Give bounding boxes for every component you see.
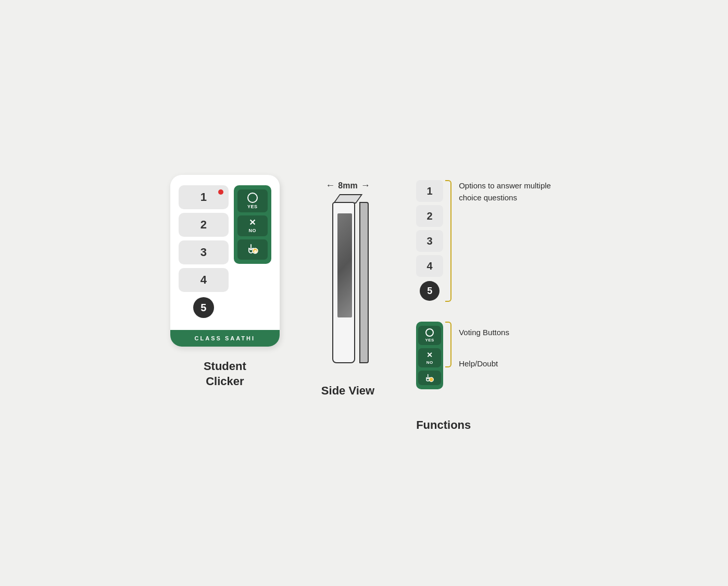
fn-help-button[interactable] <box>418 371 441 385</box>
mcq-function-group: 1 2 3 4 5 Opti <box>416 180 558 302</box>
sv-right-face <box>359 202 369 363</box>
clicker-device: 1 2 3 4 <box>170 175 280 347</box>
fn-btn-1[interactable]: 1 <box>416 180 443 202</box>
clicker-btn-2[interactable]: 2 <box>179 213 229 237</box>
voting-descriptions: Voting Buttons Help/Doubt <box>454 322 509 374</box>
fn-btn-5-wrapper: 5 <box>416 280 443 302</box>
clicker-section: 1 2 3 4 <box>170 175 280 389</box>
fn-yes-label: YES <box>425 338 434 342</box>
clicker-num-4: 4 <box>200 273 207 287</box>
dimension-arrow-right: → <box>361 180 370 191</box>
action-panel: YES ✕ NO <box>234 185 271 264</box>
fn-mcq-buttons: 1 2 3 4 5 <box>416 180 443 302</box>
functions-section: 1 2 3 4 5 Opti <box>416 180 558 432</box>
clicker-brand-footer: CLASS SAATHI <box>170 330 280 347</box>
side-view-label: Side View <box>321 384 374 399</box>
fn-num-5: 5 <box>427 286 432 297</box>
voting-buttons-label: Voting Buttons <box>459 322 509 342</box>
svg-point-2 <box>429 377 433 381</box>
side-view-container: ← 8mm → <box>325 180 370 371</box>
fn-yes-icon <box>425 328 434 337</box>
voting-function-group: YES ✕ NO <box>416 322 509 389</box>
fn-btn-3[interactable]: 3 <box>416 230 443 252</box>
clicker-num-5: 5 <box>200 302 206 314</box>
number-buttons-col: 1 2 3 4 <box>179 185 229 320</box>
sv-screen <box>337 213 352 317</box>
led-indicator <box>218 189 223 195</box>
yes-icon <box>247 193 258 203</box>
fn-action-panel: YES ✕ NO <box>416 322 443 389</box>
dimension-label: ← 8mm → <box>325 180 370 191</box>
fn-hand-icon <box>425 373 434 383</box>
fn-num-3: 3 <box>427 235 433 247</box>
no-button[interactable]: ✕ NO <box>237 215 268 236</box>
functions-section-label: Functions <box>416 418 471 432</box>
fn-btn-4[interactable]: 4 <box>416 255 443 277</box>
fn-voting-buttons: YES ✕ NO <box>416 322 443 389</box>
svg-text:⊕: ⊕ <box>253 249 257 254</box>
fn-btn-2[interactable]: 2 <box>416 205 443 227</box>
hand-icon: ⊕ <box>247 243 258 257</box>
mcq-description: Options to answer multiple choice questi… <box>454 180 558 203</box>
main-container: 1 2 3 4 <box>170 154 558 432</box>
fn-no-label: NO <box>426 360 433 365</box>
side-view-label-text: Side View <box>321 384 374 397</box>
no-icon: ✕ <box>249 219 256 227</box>
voting-bracket <box>445 322 451 367</box>
clicker-num-2: 2 <box>200 218 207 232</box>
clicker-top: 1 2 3 4 <box>179 185 271 320</box>
help-button[interactable]: ⊕ <box>237 239 268 260</box>
fn-num-2: 2 <box>427 210 433 222</box>
side-view-device <box>327 194 369 371</box>
action-buttons-col: YES ✕ NO <box>234 185 271 320</box>
fn-btn-5[interactable]: 5 <box>420 281 440 301</box>
brand-name: CLASS SAATHI <box>195 335 255 341</box>
clicker-btn-1[interactable]: 1 <box>179 185 229 209</box>
clicker-num-3: 3 <box>200 246 207 259</box>
clicker-btn-5-wrapper: 5 <box>179 296 229 320</box>
yes-button[interactable]: YES <box>237 189 268 212</box>
dimension-arrow-left: ← <box>325 180 335 191</box>
fn-num-4: 4 <box>427 260 433 272</box>
mcq-bracket <box>445 180 451 302</box>
sv-front-face <box>332 202 355 363</box>
fn-num-1: 1 <box>427 185 433 197</box>
clicker-btn-4[interactable]: 4 <box>179 268 229 292</box>
clicker-btn-5[interactable]: 5 <box>193 297 214 318</box>
help-doubt-label: Help/Doubt <box>459 353 509 374</box>
clicker-btn-3[interactable]: 3 <box>179 240 229 264</box>
clicker-num-1: 1 <box>200 190 207 204</box>
side-view-section: ← 8mm → Side View <box>321 180 374 399</box>
fn-yes-button[interactable]: YES <box>418 326 441 345</box>
no-label: NO <box>249 228 257 233</box>
clicker-section-label: StudentClicker <box>204 359 246 389</box>
fn-no-icon: ✕ <box>426 351 433 359</box>
yes-label: YES <box>247 204 258 209</box>
functions-title-row: Functions <box>416 414 471 432</box>
fn-no-button[interactable]: ✕ NO <box>418 348 441 367</box>
dimension-value: 8mm <box>338 181 357 190</box>
